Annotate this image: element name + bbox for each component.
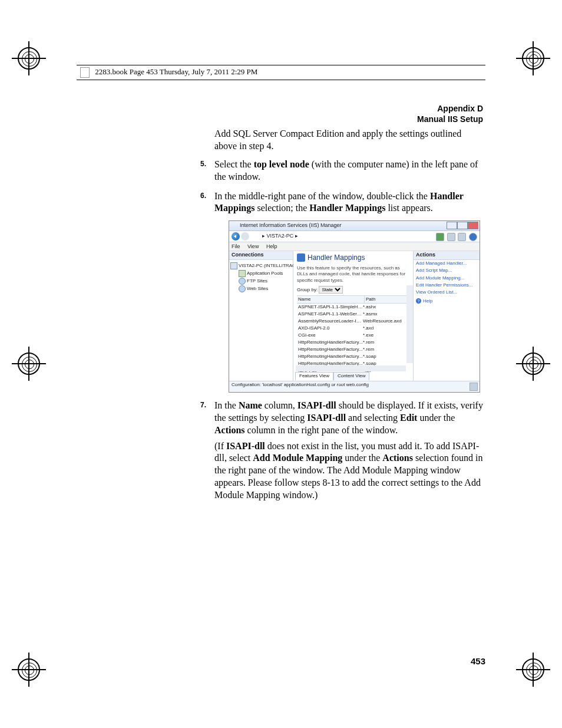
actions-header: Actions xyxy=(414,251,480,260)
main-description: Use this feature to specify the resource… xyxy=(297,265,409,284)
handler-mappings-icon xyxy=(297,253,305,262)
tree-node-server[interactable]: VISTA2-PC (INTELLITRACKIN xyxy=(230,262,292,269)
connections-header: Connections xyxy=(229,251,293,260)
book-header-text: 2283.book Page 453 Thursday, July 7, 201… xyxy=(95,67,257,76)
table-row[interactable]: HttpRemotingHandlerFactory...*.soap xyxy=(297,353,409,360)
menu-view[interactable]: View xyxy=(247,243,259,249)
page-number: 453 xyxy=(471,656,485,666)
actions-pane: Actions Add Managed Handler...Add Script… xyxy=(413,251,480,382)
group-by-select[interactable]: State xyxy=(319,286,343,294)
registration-mark-icon xyxy=(522,658,544,681)
nav-bar: ▸ VISTA2-PC ▸ xyxy=(229,231,480,242)
globe-icon xyxy=(239,285,246,292)
action-link[interactable]: Add Script Map... xyxy=(414,267,480,274)
iis-manager-screenshot: Internet Information Services (IIS) Mana… xyxy=(229,220,480,393)
horizontal-scrollbar[interactable] xyxy=(296,365,406,371)
step-7: 7. In the Name column, ISAPI-dll should … xyxy=(200,400,483,501)
refresh-icon[interactable] xyxy=(436,233,444,241)
col-path[interactable]: Path xyxy=(365,296,409,303)
registration-mark-icon xyxy=(522,47,544,70)
folder-icon xyxy=(239,270,246,277)
connections-pane: Connections VISTA2-PC (INTELLITRACKIN Ap… xyxy=(229,251,293,382)
menu-file[interactable]: File xyxy=(232,243,240,249)
tab-content-view[interactable]: Content View xyxy=(333,372,369,380)
main-title: Handler Mappings xyxy=(308,253,409,263)
appendix-header: Appendix D Manual IIS Setup xyxy=(200,103,483,124)
minimize-button[interactable] xyxy=(447,222,457,229)
registration-mark-icon xyxy=(18,658,40,681)
action-link[interactable]: Edit Handler Permissions... xyxy=(414,282,480,289)
help-icon[interactable] xyxy=(469,233,477,241)
stop-icon[interactable] xyxy=(447,233,455,241)
tree-node-ftp[interactable]: FTP Sites xyxy=(230,277,292,285)
col-name[interactable]: Name xyxy=(297,296,365,303)
home-icon[interactable] xyxy=(458,233,466,241)
help-link[interactable]: ?Help xyxy=(414,297,480,306)
table-row[interactable]: AXD-ISAPI-2.0*.axd xyxy=(297,325,409,332)
menu-bar: File View Help xyxy=(229,242,480,251)
registration-mark-icon xyxy=(18,47,40,70)
close-button[interactable] xyxy=(468,222,478,229)
paragraph: Add SQL Server Compact Edition and apply… xyxy=(214,128,483,153)
help-icon: ? xyxy=(416,298,421,304)
server-icon xyxy=(230,262,237,269)
window-title: Internet Information Services (IIS) Mana… xyxy=(240,222,342,229)
tab-features-view[interactable]: Features View xyxy=(295,372,333,380)
page-icon xyxy=(80,67,90,78)
main-pane: Handler Mappings Use this feature to spe… xyxy=(293,251,413,382)
step-6: 6. In the middle-right pane of the windo… xyxy=(200,190,483,393)
step-5: 5. Select the top level node (with the c… xyxy=(200,159,483,183)
action-link[interactable]: Add Module Mapping... xyxy=(414,275,480,282)
status-icon xyxy=(470,383,478,391)
action-link[interactable]: Add Managed Handler... xyxy=(414,260,480,267)
maximize-button[interactable] xyxy=(457,222,468,229)
globe-icon xyxy=(239,278,246,285)
registration-mark-icon xyxy=(522,353,544,375)
menu-help[interactable]: Help xyxy=(266,243,277,249)
breadcrumb[interactable]: ▸ VISTA2-PC ▸ xyxy=(262,233,298,240)
tree-node-apppools[interactable]: Application Pools xyxy=(230,269,292,277)
forward-button[interactable] xyxy=(241,232,249,241)
group-by: Group by: State xyxy=(297,286,409,294)
vertical-scrollbar[interactable] xyxy=(406,285,413,363)
table-row[interactable]: ASPNET-ISAPI-1.1-SimpleHan...*.ashx xyxy=(297,304,409,311)
tree-node-web[interactable]: Web Sites xyxy=(230,285,292,292)
mappings-table: NamePath ASPNET-ISAPI-1.1-SimpleHan...*.… xyxy=(297,295,409,374)
back-button[interactable] xyxy=(232,232,240,241)
table-row[interactable]: HttpRemotingHandlerFactory...*.rem xyxy=(297,346,409,353)
registration-mark-icon xyxy=(18,353,40,375)
table-row[interactable]: HttpRemotingHandlerFactory...*.rem xyxy=(297,339,409,346)
action-link[interactable]: View Ordered List... xyxy=(414,289,480,296)
table-row[interactable]: ASPNET-ISAPI-1.1-WebService*.asmx xyxy=(297,311,409,318)
table-row[interactable]: AssemblyResourceLoader-Inte...WebResourc… xyxy=(297,318,409,325)
window-titlebar: Internet Information Services (IIS) Mana… xyxy=(229,221,480,231)
book-header: 2283.book Page 453 Thursday, July 7, 201… xyxy=(77,65,485,80)
table-row[interactable]: CGI-exe*.exe xyxy=(297,332,409,339)
status-bar: Configuration: 'localhost' applicationHo… xyxy=(229,381,480,392)
